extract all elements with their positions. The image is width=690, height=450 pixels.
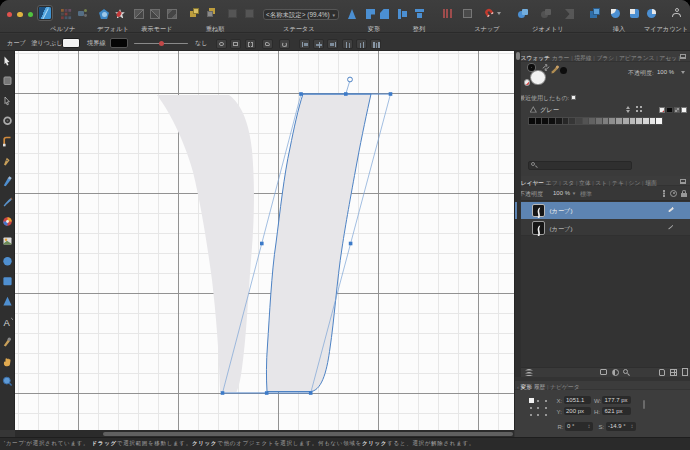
svg-text:A: A (4, 317, 11, 328)
